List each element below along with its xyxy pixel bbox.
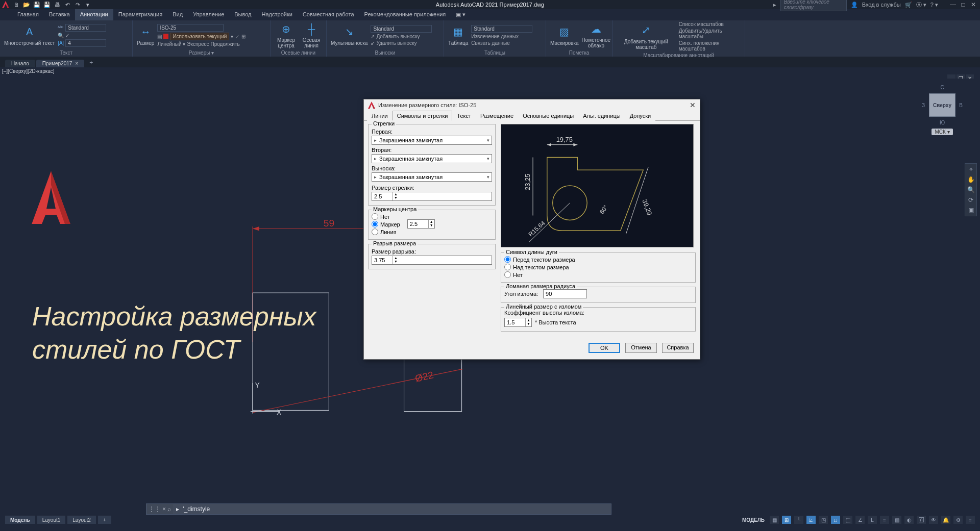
adddel-scale-button[interactable]: Добавить/Удалить масштабы bbox=[679, 28, 741, 39]
arc-above-radio[interactable] bbox=[504, 264, 511, 270]
dlgtab-alt[interactable]: Альт. единицы bbox=[578, 111, 625, 121]
arc-none-radio[interactable] bbox=[504, 271, 511, 278]
cart-icon[interactable]: 🛒 bbox=[905, 2, 912, 8]
qat-save-icon[interactable]: 💾 bbox=[33, 1, 41, 8]
tab-view[interactable]: Вид bbox=[167, 9, 188, 20]
qat-open-icon[interactable]: 📂 bbox=[22, 1, 31, 8]
dim-misc1-icon[interactable]: ⟋ bbox=[235, 34, 240, 39]
ok-button[interactable]: OK bbox=[589, 343, 620, 353]
centermark-button[interactable]: ⊕Маркер центра bbox=[275, 22, 298, 48]
add-leader-label[interactable]: Добавить выноску bbox=[376, 34, 420, 39]
dimstyle-dropdown[interactable]: ISO-25 bbox=[157, 24, 224, 32]
jog-angle-input[interactable] bbox=[543, 289, 587, 298]
cube-face[interactable]: Сверху bbox=[929, 93, 955, 117]
annovis-toggle[interactable]: 👁 bbox=[929, 516, 938, 524]
tab-parametric[interactable]: Параметризация bbox=[113, 9, 167, 20]
spellcheck-icon[interactable]: ✓ bbox=[65, 33, 69, 38]
dimquick-button[interactable]: Экспресс bbox=[187, 41, 209, 47]
dim-layer-icon[interactable]: ▤ bbox=[157, 34, 162, 39]
del-leader-label[interactable]: Удалить выноску bbox=[376, 40, 416, 46]
tab-collab[interactable]: Совместная работа bbox=[298, 9, 359, 20]
layout-add-icon[interactable]: + bbox=[98, 516, 111, 524]
ortho-toggle[interactable]: └ bbox=[794, 516, 803, 524]
qat-redo-icon[interactable]: ↷ bbox=[74, 1, 82, 8]
cm-none-radio[interactable] bbox=[372, 213, 378, 220]
dlgtab-primary[interactable]: Основные единицы bbox=[518, 111, 578, 121]
second-arrow-dropdown[interactable]: Закрашенная замкнутая bbox=[372, 154, 492, 163]
sync-scale-button[interactable]: Синх. положения масштабов bbox=[679, 40, 741, 52]
tab-annotate[interactable]: Аннотации bbox=[75, 9, 113, 20]
mleader-button[interactable]: ↘Мультивыноска bbox=[331, 25, 368, 46]
cube-w[interactable]: З bbox=[922, 103, 925, 108]
tab-manage[interactable]: Управление bbox=[188, 9, 229, 20]
panel-dims-title[interactable]: Размеры ▾ bbox=[137, 49, 266, 57]
dimcontinue-button[interactable]: Продолжить bbox=[211, 41, 240, 47]
layout-tab-2[interactable]: Layout2 bbox=[67, 516, 96, 524]
doctab-add-icon[interactable]: + bbox=[85, 58, 97, 67]
dim-color-icon[interactable] bbox=[163, 34, 168, 39]
use-current-button[interactable]: Использовать текущий bbox=[170, 33, 229, 40]
dlgtab-lines[interactable]: Линии bbox=[367, 111, 393, 121]
panel-leaders-title[interactable]: Выноски bbox=[331, 49, 439, 57]
dlgtab-fit[interactable]: Размещение bbox=[476, 111, 518, 121]
cube-n[interactable]: С bbox=[940, 85, 944, 90]
leaderstyle-dropdown[interactable]: Standard bbox=[371, 25, 432, 33]
search-input[interactable]: Введите ключевое слово/фразу bbox=[780, 0, 847, 11]
centerline-button[interactable]: ┼Осевая линия bbox=[301, 22, 322, 48]
tab-insert[interactable]: Вставка bbox=[44, 9, 75, 20]
lineweight-toggle[interactable]: ≡ bbox=[880, 516, 889, 524]
iso-toggle[interactable]: ◳ bbox=[819, 516, 828, 524]
zoom-extents-icon[interactable]: 🔍 bbox=[967, 186, 975, 193]
cube-e[interactable]: В bbox=[959, 103, 963, 108]
fullnav-icon[interactable]: ⌖ bbox=[969, 166, 973, 173]
break-size-spinner[interactable]: ▲▼ bbox=[372, 256, 492, 265]
user-icon[interactable]: 👤 bbox=[851, 2, 858, 8]
wcs-dropdown[interactable]: МСК ▾ bbox=[932, 129, 952, 135]
cm-line-radio[interactable] bbox=[372, 229, 378, 235]
tab-featured[interactable]: Рекомендованные приложения bbox=[359, 9, 451, 20]
wipeout-button[interactable]: ▨Маскировка bbox=[550, 25, 579, 46]
dlgtab-text[interactable]: Текст bbox=[452, 111, 476, 121]
layout-tab-1[interactable]: Layout1 bbox=[37, 516, 66, 524]
doctab-close-icon[interactable]: × bbox=[75, 61, 78, 66]
cmd-close-icon[interactable]: × bbox=[162, 505, 166, 513]
addscale-button[interactable]: ⤢Добавить текущий масштаб bbox=[617, 23, 676, 50]
first-arrow-dropdown[interactable]: Закрашенная замкнутая bbox=[372, 136, 492, 145]
qat-undo-icon[interactable]: ↶ bbox=[63, 1, 71, 8]
osnap-toggle[interactable]: □ bbox=[831, 516, 840, 524]
extract-data-button[interactable]: Извлечение данных bbox=[471, 34, 519, 39]
textstyle-dropdown[interactable]: Standard bbox=[65, 24, 106, 32]
dlgtab-symbols[interactable]: Символы и стрелки bbox=[393, 111, 453, 121]
mtext-button[interactable]: AМногострочный текст bbox=[4, 25, 55, 46]
close-window-icon[interactable]: ✕ bbox=[969, 1, 978, 8]
cm-mark-radio[interactable] bbox=[372, 221, 378, 227]
panel-text-title[interactable]: Текст bbox=[4, 49, 128, 57]
panel-tables-title[interactable]: Таблицы bbox=[448, 49, 542, 57]
dynucs-toggle[interactable]: L bbox=[868, 516, 877, 524]
pan-icon[interactable]: ✋ bbox=[967, 176, 975, 183]
text-abc-icon[interactable]: ᴬᴮᶜ bbox=[58, 25, 64, 31]
otrack-toggle[interactable]: ∠ bbox=[855, 516, 865, 524]
qat-plot-icon[interactable]: 🖶 bbox=[53, 1, 61, 8]
linjog-coef-spinner[interactable]: ▲▼ bbox=[504, 318, 532, 327]
revcloud-button[interactable]: ☁Пометочное облако bbox=[582, 22, 611, 48]
tablestyle-dropdown[interactable]: Standard bbox=[471, 25, 532, 33]
snap-toggle[interactable]: ⊞ bbox=[782, 516, 791, 524]
transparency-toggle[interactable]: ▨ bbox=[892, 516, 901, 524]
cycling-toggle[interactable]: ◐ bbox=[904, 516, 914, 524]
arc-before-radio[interactable] bbox=[504, 256, 511, 263]
grid-toggle[interactable]: ▦ bbox=[770, 516, 779, 524]
leader-arrow-dropdown[interactable]: Закрашенная замкнутая bbox=[372, 172, 492, 182]
tab-extra-icon[interactable]: ▣ ▾ bbox=[451, 9, 471, 20]
3dsnap-toggle[interactable]: ⬚ bbox=[843, 516, 852, 524]
tab-home[interactable]: Главная bbox=[12, 9, 44, 20]
command-line[interactable]: ⋮⋮×⌕ ▸ '_dimstyle bbox=[146, 503, 611, 515]
cancel-button[interactable]: Отмена bbox=[625, 343, 657, 353]
help-icon[interactable]: ? ▾ bbox=[930, 2, 938, 8]
tab-output[interactable]: Вывод bbox=[229, 9, 256, 20]
cmd-tool-icon[interactable]: ⌕ bbox=[167, 505, 171, 513]
doctab-start[interactable]: Начало bbox=[5, 60, 35, 67]
cm-size-spinner[interactable]: ▲▼ bbox=[407, 219, 435, 229]
cube-s[interactable]: Ю bbox=[940, 120, 945, 125]
viewcube[interactable]: С З В Ю Сверху МСК ▾ bbox=[923, 86, 962, 137]
